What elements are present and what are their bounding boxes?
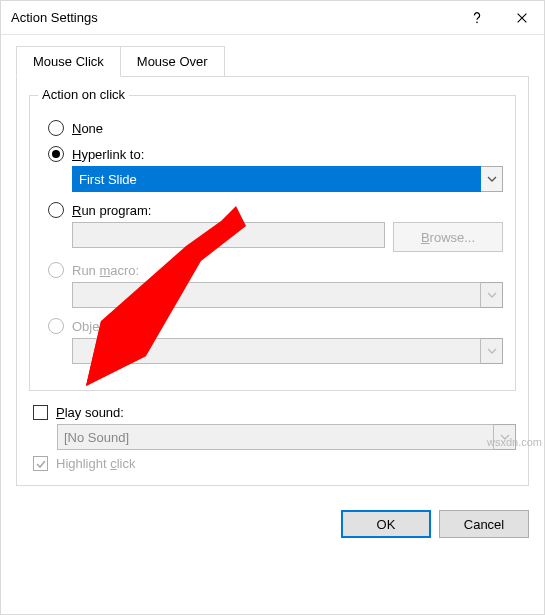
group-action-on-click: Action on click None Hyperlink to: First… — [29, 95, 516, 391]
checkbox-highlight-click — [33, 456, 48, 471]
tab-strip: Mouse Click Mouse Over — [16, 46, 529, 77]
checkbox-play-sound[interactable] — [33, 405, 48, 420]
radio-none[interactable] — [48, 120, 64, 136]
hyperlink-select[interactable]: First Slide — [72, 166, 503, 192]
hyperlink-value: First Slide — [72, 166, 481, 192]
run-macro-select — [72, 282, 503, 308]
browse-button: Browse... — [393, 222, 503, 252]
radio-run-macro — [48, 262, 64, 278]
radio-run-program-label: Run program: — [72, 203, 151, 218]
radio-hyperlink[interactable] — [48, 146, 64, 162]
radio-object-action — [48, 318, 64, 334]
browse-label: Browse... — [421, 230, 475, 245]
dialog-buttons: OK Cancel — [1, 500, 544, 538]
check-icon — [35, 458, 47, 470]
tab-mouse-click[interactable]: Mouse Click — [16, 46, 121, 77]
tab-panel-mouse-click: Action on click None Hyperlink to: First… — [16, 76, 529, 486]
object-action-value — [72, 338, 481, 364]
highlight-click-label: Highlight click — [56, 456, 135, 471]
ok-button[interactable]: OK — [341, 510, 431, 538]
tab-mouse-over[interactable]: Mouse Over — [121, 46, 225, 77]
radio-object-action-label: Object action: — [72, 319, 152, 334]
cancel-button[interactable]: Cancel — [439, 510, 529, 538]
titlebar-buttons — [454, 1, 544, 34]
dialog-title: Action Settings — [11, 10, 98, 25]
svg-point-0 — [476, 21, 478, 23]
radio-none-label: None — [72, 121, 103, 136]
radio-run-program[interactable] — [48, 202, 64, 218]
radio-run-macro-label: Run macro: — [72, 263, 139, 278]
help-icon — [470, 11, 484, 25]
radio-hyperlink-label: Hyperlink to: — [72, 147, 144, 162]
action-settings-dialog: Action Settings Mouse Click Mouse Over A… — [0, 0, 545, 615]
titlebar: Action Settings — [1, 1, 544, 35]
run-program-input — [72, 222, 385, 248]
chevron-down-icon — [481, 338, 503, 364]
chevron-down-icon[interactable] — [481, 166, 503, 192]
group-legend: Action on click — [38, 87, 129, 102]
dialog-content: Mouse Click Mouse Over Action on click N… — [1, 35, 544, 500]
run-macro-value — [72, 282, 481, 308]
close-button[interactable] — [499, 1, 544, 34]
close-icon — [515, 11, 529, 25]
play-sound-select: [No Sound] — [57, 424, 516, 450]
watermark: wsxdn.com — [487, 436, 542, 448]
help-button[interactable] — [454, 1, 499, 34]
chevron-down-icon — [481, 282, 503, 308]
play-sound-label: Play sound: — [56, 405, 124, 420]
play-sound-value: [No Sound] — [57, 424, 494, 450]
object-action-select — [72, 338, 503, 364]
